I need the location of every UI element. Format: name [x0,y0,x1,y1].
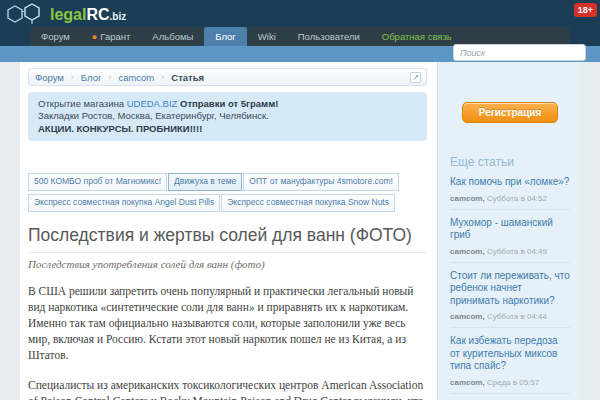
breadcrumb-current: Статья [171,72,204,83]
tag-chip[interactable]: 500 КОМБО проб от Магномикс! [28,173,167,191]
shield-icon: ● [92,32,97,42]
sidebar-article: Стоит ли переживать, что ребенок начнет … [450,263,570,329]
logo-text: legalRC.biz [50,6,126,24]
sidebar-article-link[interactable]: Мухомор - шаманский гриб [450,217,570,242]
promo-link[interactable]: UDEDA.BIZ [127,98,178,109]
sidebar-article: Как отказаться от конопли? Как бросить к… [450,394,570,400]
breadcrumb-blog[interactable]: Блог [81,72,102,83]
article-paragraph: Специалисты из американских токсикологич… [28,377,427,400]
sidebar-article-link[interactable]: Стоит ли переживать, что ребенок начнет … [450,270,570,308]
nav-users[interactable]: Пользователи [287,27,371,46]
breadcrumb-forum[interactable]: Форум [35,72,64,83]
divider [28,252,427,253]
article-paragraph: В США решили запретить очень популярный … [28,283,427,363]
sidebar-article: Как помочь при «ломке»? camcom, Суббота … [450,169,570,210]
sidebar-article-meta: camcom, Среда в 05:57 [450,378,570,387]
breadcrumb: Форум› Блог› camcom› Статья ↗ [28,68,427,86]
tag-chip[interactable]: ОПТ от мануфактуры 4smotore.com! [243,173,399,191]
promo-line-2: Закладки Ростов, Москва, Екатеринбург, Ч… [38,110,417,122]
site-logo[interactable]: legalRC.biz [6,2,126,28]
molecule-hexagons-icon [6,2,46,28]
sidebar: Регистрация Еще статьи Как помочь при «л… [437,62,580,400]
sidebar-title: Еще статьи [450,155,570,169]
header: legalRC.biz 18+ Форум ●Гарант Альбомы Бл… [0,0,600,46]
nav-forum[interactable]: Форум [30,27,81,46]
breadcrumb-author[interactable]: camcom [118,72,154,83]
content-wrap: Форум› Блог› camcom› Статья ↗ Открытие м… [20,62,580,400]
age-badge: 18+ [574,3,597,17]
promo-line-1: Открытие магазина UDEDA.BIZ Отправки от … [38,98,417,110]
article-subtitle: Последствия употребления солей для ванн … [28,258,427,270]
tag-chip[interactable]: Экспресс совместная покупка Snow Nuts [221,194,395,212]
main-column: Форум› Блог› camcom› Статья ↗ Открытие м… [20,62,437,400]
page: legalRC.biz 18+ Форум ●Гарант Альбомы Бл… [0,0,600,400]
article-title: Последствия и жертвы солей для ванн (ФОТ… [28,225,427,246]
breadcrumb-separator: › [71,72,74,82]
nav-wiki[interactable]: Wiki [247,27,287,46]
sidebar-article: Как избежать передоза от курительных мик… [450,328,570,394]
sidebar-article-meta: camcom, Суббота в 04:44 [450,312,570,321]
tag-chip[interactable]: Движуха в теме [168,173,242,191]
sidebar-article-meta: camcom, Суббота в 04:49 [450,247,570,256]
share-icon[interactable]: ↗ [410,72,421,83]
nav-garant[interactable]: ●Гарант [81,27,142,46]
tag-chip[interactable]: Экспресс совместная покупка Angel Dust P… [28,194,220,212]
register-button[interactable]: Регистрация [462,102,558,123]
search-input[interactable] [453,44,586,61]
promo-notice: Открытие магазина UDEDA.BIZ Отправки от … [28,92,427,141]
tag-links: 500 КОМБО проб от Магномикс!Движуха в те… [28,172,427,214]
nav-feedback[interactable]: Обратная связь [371,27,463,46]
nav-albums[interactable]: Альбомы [141,27,204,46]
sidebar-article-meta: camcom, Суббота в 04:52 [450,194,570,203]
breadcrumb-separator: › [108,72,111,82]
nav-blog[interactable]: Блог [204,27,247,46]
promo-line-3: АКЦИИ. КОНКУРСЫ. ПРОБНИКИ!!!! [38,123,417,135]
sidebar-article-link[interactable]: Как помочь при «ломке»? [450,176,570,189]
breadcrumb-separator: › [161,72,164,82]
sidebar-article-link[interactable]: Как избежать передоза от курительных мик… [450,335,570,373]
sidebar-article: Мухомор - шаманский гриб camcom, Суббота… [450,210,570,263]
